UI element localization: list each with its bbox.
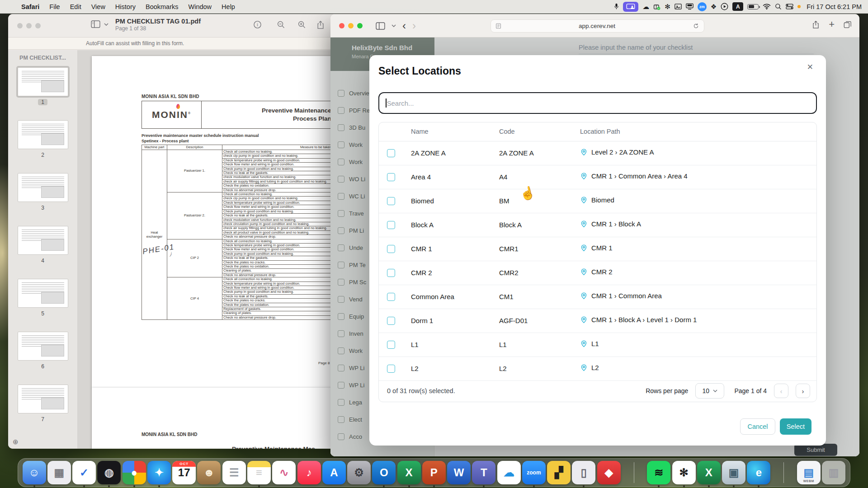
dock-app-icon[interactable]: ◆ xyxy=(597,461,621,484)
dock-item[interactable]: P xyxy=(421,458,446,487)
dock-app-icon[interactable]: e xyxy=(747,461,770,484)
minimize-window-button[interactable] xyxy=(26,23,32,28)
menu-view[interactable]: View xyxy=(86,3,110,10)
row-checkbox[interactable] xyxy=(387,197,395,205)
dock-item[interactable]: ▣ xyxy=(721,458,746,487)
dock-app-icon[interactable]: ☺ xyxy=(23,461,46,484)
play-icon[interactable] xyxy=(721,2,728,12)
zoom-in-icon[interactable] xyxy=(297,20,306,29)
table-row[interactable]: Block A Block A CMR 1 › Block A xyxy=(379,213,816,237)
forward-button[interactable]: › xyxy=(412,20,416,32)
row-checkbox[interactable] xyxy=(387,221,395,229)
pdf-thumbnail-image[interactable] xyxy=(18,67,68,96)
dock-app-icon[interactable]: ✓ xyxy=(72,461,96,484)
tab-overview-icon[interactable] xyxy=(844,21,851,28)
dock-item[interactable]: ✓ xyxy=(72,458,97,487)
dock-app-icon[interactable]: X xyxy=(397,461,421,484)
dock-item[interactable]: e xyxy=(746,458,771,487)
dropbox-icon[interactable]: ❖ xyxy=(711,2,717,12)
dock-item[interactable]: ∿ xyxy=(272,458,297,487)
row-checkbox[interactable] xyxy=(387,293,395,301)
row-checkbox[interactable] xyxy=(387,365,395,373)
dock-item[interactable]: ◍ xyxy=(97,458,122,487)
dock-app-icon[interactable]: ● xyxy=(123,461,146,484)
menu-bar-clock[interactable]: Fri 17 Oct 6:21 PM xyxy=(807,3,862,10)
chevron-down-icon[interactable] xyxy=(392,24,396,27)
dock-app-icon[interactable]: ▞ xyxy=(547,461,571,484)
dock-item[interactable]: ♪ xyxy=(297,458,321,487)
reload-icon[interactable] xyxy=(693,23,699,29)
dock-item[interactable]: T xyxy=(472,458,496,487)
dock-item[interactable]: ▥ xyxy=(821,458,846,487)
dock-item[interactable]: ✦ xyxy=(146,458,171,487)
menu-help[interactable]: Help xyxy=(217,3,240,10)
pdf-scale-icon[interactable]: ⊕ xyxy=(13,438,19,446)
pdf-thumbnail-image[interactable] xyxy=(18,385,68,413)
dock-item[interactable] xyxy=(771,458,796,487)
dock-app-icon[interactable]: zoom xyxy=(522,461,546,484)
screenshot-icon[interactable] xyxy=(675,2,682,12)
dock-app-icon[interactable]: A xyxy=(322,461,346,484)
search-input[interactable]: Search... xyxy=(378,92,817,114)
dock-app-icon[interactable]: ≡ xyxy=(247,461,271,484)
dock-app-icon[interactable]: ☰ xyxy=(222,461,246,484)
dock-item[interactable]: ⚙ xyxy=(346,458,371,487)
dock-item[interactable]: ▦ xyxy=(47,458,71,487)
previous-page-button[interactable]: ‹ xyxy=(774,384,788,398)
address-bar[interactable]: app.cerev.net xyxy=(491,19,704,33)
menu-history[interactable]: History xyxy=(110,3,141,10)
dock-app-icon[interactable]: W xyxy=(447,461,471,484)
display-icon[interactable] xyxy=(686,2,693,12)
pdf-thumbnail[interactable]: 7 xyxy=(18,385,68,437)
pdf-thumbnail-image[interactable] xyxy=(18,279,68,308)
wifi-icon[interactable] xyxy=(763,2,771,12)
dock-app-icon[interactable]: X xyxy=(697,461,721,484)
dock-item[interactable]: OCT 17 xyxy=(172,458,197,487)
spotlight-icon[interactable] xyxy=(775,2,782,12)
dock-item[interactable]: ☰ xyxy=(222,458,246,487)
dock-item[interactable]: ▞ xyxy=(547,458,571,487)
dock-item[interactable]: ▤ WEBM xyxy=(796,458,821,487)
pdf-thumbnail-image[interactable] xyxy=(18,120,68,149)
table-row[interactable]: Common Area CM1 CMR 1 › Common Area xyxy=(379,285,816,309)
menu-file[interactable]: File xyxy=(44,3,65,10)
dock-app-icon[interactable]: ▯ xyxy=(572,461,595,484)
pdf-thumbnail[interactable]: 1 xyxy=(18,67,68,120)
chevron-down-icon[interactable] xyxy=(104,23,108,26)
dock-app-icon[interactable]: O xyxy=(372,461,396,484)
microphone-icon[interactable] xyxy=(614,2,619,12)
dock-app-icon[interactable]: ☻ xyxy=(197,461,221,484)
dock-app-icon[interactable]: ◍ xyxy=(97,461,121,484)
zoom-window-button[interactable] xyxy=(357,23,363,28)
dock-app-icon[interactable]: ✦ xyxy=(147,461,171,484)
zoom-window-button[interactable] xyxy=(35,23,41,28)
dock-item[interactable]: W xyxy=(447,458,472,487)
table-row[interactable]: Biomed BM Biomed xyxy=(379,189,816,213)
zoom-out-icon[interactable] xyxy=(277,20,285,29)
dock-app-icon[interactable]: ▤ WEBM xyxy=(797,461,821,484)
page-settings-icon[interactable] xyxy=(495,23,501,29)
row-checkbox[interactable] xyxy=(387,149,395,157)
sidebar-toggle-icon[interactable] xyxy=(91,20,100,28)
row-checkbox[interactable] xyxy=(387,245,395,253)
dock-app-icon[interactable]: ∿ xyxy=(272,461,296,484)
battery-icon[interactable] xyxy=(747,4,759,9)
pdf-thumbnail-image[interactable] xyxy=(18,332,68,361)
row-checkbox[interactable] xyxy=(387,173,395,181)
pdf-thumbnail[interactable]: 4 xyxy=(18,226,68,279)
dock-app-icon[interactable]: ▣ xyxy=(722,461,745,484)
dock-item[interactable]: ☺ xyxy=(22,458,47,487)
menu-edit[interactable]: Edit xyxy=(65,3,86,10)
row-checkbox[interactable] xyxy=(387,317,395,325)
pdf-thumbnail[interactable]: 6 xyxy=(18,332,68,385)
dock-item[interactable]: ☻ xyxy=(197,458,222,487)
dock-item[interactable]: O xyxy=(372,458,396,487)
rows-per-page-select[interactable]: 10 xyxy=(695,383,724,399)
dock-item[interactable]: zoom xyxy=(521,458,546,487)
cloud-icon[interactable]: ☁ xyxy=(642,2,649,12)
openai-icon[interactable]: ✻ xyxy=(665,2,670,12)
control-center-icon[interactable] xyxy=(786,2,793,12)
close-icon[interactable]: ✕ xyxy=(807,62,813,72)
dock-app-icon[interactable]: ▥ xyxy=(822,461,845,484)
dock-app-icon[interactable]: ♪ xyxy=(297,461,321,484)
